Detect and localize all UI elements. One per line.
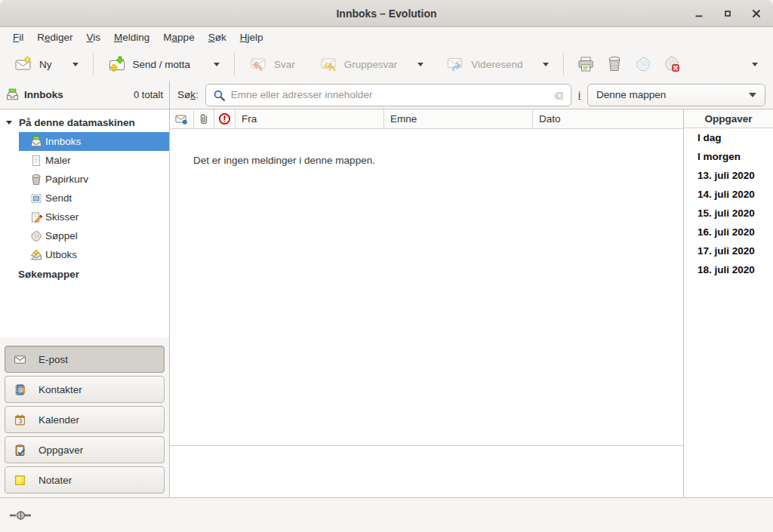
tree-group-label: På denne datamaskinen (19, 117, 135, 128)
chevron-down-icon (543, 63, 549, 66)
switcher-contacts-button[interactable]: @ Kontakter (5, 376, 165, 403)
switcher-contacts-label: Kontakter (38, 384, 82, 395)
send-receive-icon (108, 55, 126, 73)
reply-label: Svar (274, 59, 295, 70)
message-list-body[interactable]: Det er ingen meldinger i denne mappen. (170, 129, 683, 445)
reply-button[interactable]: Svar (242, 51, 302, 78)
task-date-item[interactable]: 17. juli 2020 (684, 241, 773, 260)
new-message-button[interactable]: Ny (8, 51, 85, 78)
titlebar[interactable]: Innboks – Evolution (0, 0, 773, 27)
column-subject[interactable]: Emne (384, 109, 533, 128)
new-message-label: Ny (39, 59, 52, 70)
menu-melding[interactable]: Melding (107, 29, 156, 45)
task-date-item[interactable]: 16. juli 2020 (684, 223, 773, 241)
switcher-memos-button[interactable]: Notater (5, 466, 165, 494)
expander-icon[interactable] (6, 119, 14, 127)
view-switcher: E-post @ Kontakter (0, 337, 169, 497)
column-attachment[interactable] (194, 109, 214, 128)
inbox-icon (30, 136, 42, 148)
task-date-item[interactable]: 13. juli 2020 (684, 166, 773, 185)
clear-icon[interactable] (553, 90, 565, 102)
message-status-icon (175, 113, 188, 125)
folder-sidebar: På denne datamaskinen Innboks Maler (0, 109, 170, 497)
memos-icon (14, 474, 26, 487)
minimize-button[interactable] (690, 5, 708, 23)
sidebar-item-utboks[interactable]: Utboks (19, 245, 169, 264)
column-from[interactable]: Fra (236, 109, 384, 128)
evolution-window: Innboks – Evolution Fil Rediger Vis Meld… (0, 0, 773, 532)
column-date[interactable]: Dato (533, 109, 683, 128)
menu-mappe[interactable]: Mappe (156, 29, 201, 45)
folder-label: Maler (45, 155, 71, 166)
trash-icon (30, 174, 42, 186)
preview-pane (170, 446, 683, 497)
toolbar-separator (563, 53, 564, 75)
maximize-button[interactable] (719, 5, 737, 23)
task-date-item[interactable]: 15. juli 2020 (684, 204, 773, 223)
sidebar-item-soppel[interactable]: Søppel (19, 226, 169, 245)
toolbar-separator (234, 53, 235, 75)
menu-vis[interactable]: Vis (80, 29, 108, 45)
junk-icon (634, 55, 652, 73)
tree-group-on-this-computer[interactable]: På denne datamaskinen (0, 113, 169, 132)
empty-folder-message: Det er ingen meldinger i denne mappen. (193, 155, 375, 166)
switcher-tasks-label: Oppgaver (38, 444, 83, 456)
menu-rediger[interactable]: Rediger (30, 29, 79, 45)
task-date-item[interactable]: 14. juli 2020 (684, 185, 773, 204)
contacts-icon: @ (14, 383, 26, 396)
sidebar-item-papirkurv[interactable]: Papirkurv (19, 170, 169, 189)
menu-sok[interactable]: Søk (202, 29, 233, 45)
folder-tree: På denne datamaskinen Innboks Maler (0, 109, 169, 337)
switcher-mail-button[interactable]: E-post (5, 346, 165, 373)
search-input[interactable] (206, 89, 571, 100)
task-pane-header[interactable]: Oppgaver (684, 109, 773, 128)
folder-label: Søppel (45, 230, 78, 241)
task-date-item[interactable]: I morgen (684, 147, 773, 166)
online-status-button[interactable] (9, 509, 36, 521)
print-button[interactable] (571, 51, 600, 77)
close-button[interactable] (747, 5, 765, 23)
menu-fil[interactable]: Fil (6, 29, 30, 45)
sidebar-item-skisser[interactable]: Skisser (19, 208, 169, 226)
sidebar-item-sendt[interactable]: Sendt (19, 189, 169, 208)
sidebar-item-innboks[interactable]: Innboks (19, 132, 169, 151)
search-scope-dropdown[interactable]: Denne mappen (587, 84, 765, 106)
search-scope-value: Denne mappen (596, 89, 749, 100)
toolbar-overflow-button[interactable] (744, 51, 765, 77)
column-priority[interactable] (214, 109, 236, 128)
folder-label: Papirkurv (45, 174, 88, 185)
chevron-down-icon (749, 93, 756, 97)
column-message-status[interactable] (170, 109, 194, 128)
drafts-icon (30, 211, 42, 223)
switcher-tasks-button[interactable]: Oppgaver (5, 436, 165, 463)
switcher-calendar-button[interactable]: 3 Kalender (5, 406, 165, 433)
menu-hjelp[interactable]: Hjelp (233, 29, 270, 45)
junk-button[interactable] (629, 51, 658, 77)
search-label: Søk: (177, 89, 199, 100)
delete-button[interactable] (600, 51, 629, 77)
message-list-pane: Fra Emne Dato Det er ingen meldinger i d… (170, 109, 683, 497)
close-icon (750, 8, 762, 20)
forward-label: Videresend (471, 59, 522, 70)
current-folder-name: Innboks (24, 89, 63, 100)
folder-label: Sendt (45, 192, 72, 204)
forward-button[interactable]: Videresend (439, 51, 556, 78)
group-reply-button[interactable]: Gruppesvar (313, 51, 431, 78)
calendar-icon: 3 (14, 414, 26, 426)
svg-text:@: @ (18, 386, 23, 393)
minimize-icon (693, 8, 705, 20)
tasks-icon (14, 444, 26, 457)
task-pane: Oppgaver I dag I morgen 13. juli 2020 14… (683, 109, 773, 497)
search-entry (205, 84, 571, 106)
folder-total-count: 0 totalt (134, 89, 163, 100)
folder-label: Innboks (45, 136, 81, 147)
maximize-icon (722, 8, 734, 20)
send-receive-button[interactable]: Send / motta (101, 51, 227, 78)
sidebar-item-maler[interactable]: Maler (19, 151, 169, 170)
task-date-item[interactable]: 18. juli 2020 (684, 260, 773, 279)
not-junk-button[interactable] (658, 51, 686, 77)
sidebar-item-sokemapper[interactable]: Søkemapper (0, 265, 169, 284)
message-list-header: Fra Emne Dato (170, 109, 683, 129)
outbox-icon (30, 249, 42, 261)
task-date-item[interactable]: I dag (684, 128, 773, 147)
